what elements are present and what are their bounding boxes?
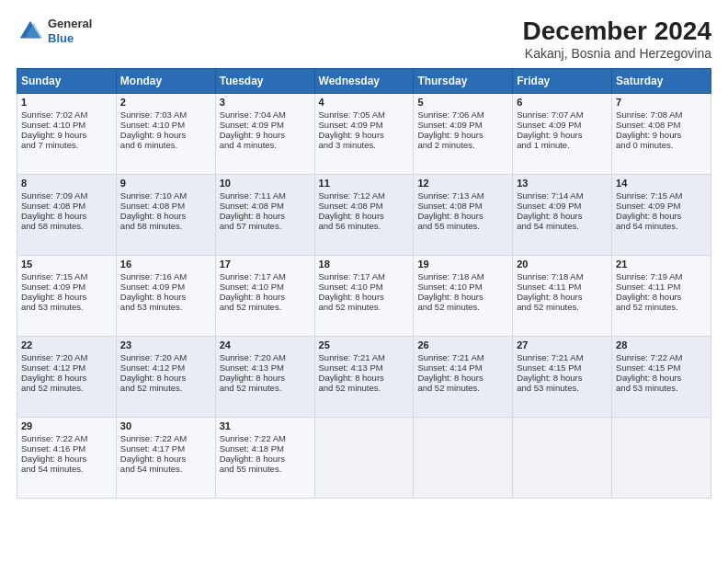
day-info-line: Sunset: 4:17 PM <box>120 443 211 454</box>
calendar-cell: 30Sunrise: 7:22 AMSunset: 4:17 PMDayligh… <box>116 418 215 499</box>
day-number: 16 <box>120 259 211 270</box>
calendar-cell: 5Sunrise: 7:06 AMSunset: 4:09 PMDaylight… <box>414 94 513 175</box>
day-number: 20 <box>517 259 608 270</box>
day-info-line: Sunset: 4:08 PM <box>616 120 707 130</box>
day-info-line: and 52 minutes. <box>616 302 707 312</box>
calendar-cell: 13Sunrise: 7:14 AMSunset: 4:09 PMDayligh… <box>513 175 612 256</box>
day-info-line: Sunrise: 7:16 AM <box>120 271 211 282</box>
calendar-cell: 18Sunrise: 7:17 AMSunset: 4:10 PMDayligh… <box>314 256 414 337</box>
day-info-line: Daylight: 8 hours <box>517 292 608 302</box>
day-info-line: Daylight: 8 hours <box>220 454 311 464</box>
day-number: 2 <box>120 97 211 108</box>
calendar-cell: 1Sunrise: 7:02 AMSunset: 4:10 PMDaylight… <box>17 94 117 175</box>
day-info-line: Sunset: 4:13 PM <box>220 362 311 373</box>
day-info-line: and 52 minutes. <box>417 302 508 312</box>
day-info-line: Daylight: 9 hours <box>319 130 410 140</box>
calendar-week-row: 1Sunrise: 7:02 AMSunset: 4:10 PMDaylight… <box>17 94 711 175</box>
day-info-line: Daylight: 8 hours <box>319 211 410 221</box>
day-info-line: Sunset: 4:11 PM <box>616 282 707 292</box>
day-info-line: and 53 minutes. <box>120 302 211 312</box>
logo-text: General Blue <box>48 17 92 45</box>
day-info-line: and 58 minutes. <box>120 221 211 231</box>
day-info-line: Sunset: 4:13 PM <box>319 362 410 373</box>
day-info-line: and 55 minutes. <box>417 221 508 231</box>
day-number: 31 <box>220 420 311 431</box>
day-info-line: Daylight: 9 hours <box>616 130 707 140</box>
day-info-line: Sunrise: 7:02 AM <box>21 109 112 120</box>
subtitle: Kakanj, Bosnia and Herzegovina <box>523 46 711 61</box>
day-number: 25 <box>319 339 410 350</box>
day-info-line: Sunset: 4:08 PM <box>21 201 112 211</box>
day-info-line: and 7 minutes. <box>21 140 112 150</box>
logo-general: General <box>48 17 92 30</box>
calendar-cell: 21Sunrise: 7:19 AMSunset: 4:11 PMDayligh… <box>612 256 711 337</box>
day-info-line: and 52 minutes. <box>220 302 311 312</box>
day-number: 4 <box>319 97 410 108</box>
day-info-line: and 52 minutes. <box>21 383 112 393</box>
calendar-cell: 6Sunrise: 7:07 AMSunset: 4:09 PMDaylight… <box>513 94 612 175</box>
day-info-line: and 1 minute. <box>517 140 608 150</box>
calendar-cell: 24Sunrise: 7:20 AMSunset: 4:13 PMDayligh… <box>215 337 314 418</box>
day-info-line: Sunset: 4:10 PM <box>120 120 211 130</box>
day-info-line: Sunset: 4:12 PM <box>120 362 211 373</box>
day-info-line: Daylight: 8 hours <box>417 211 508 221</box>
day-info-line: Daylight: 8 hours <box>417 292 508 302</box>
day-info-line: and 52 minutes. <box>319 383 410 393</box>
calendar-cell: 28Sunrise: 7:22 AMSunset: 4:15 PMDayligh… <box>612 337 711 418</box>
title-area: December 2024 Kakanj, Bosnia and Herzego… <box>523 17 711 61</box>
day-number: 18 <box>319 259 410 270</box>
day-info-line: Sunset: 4:15 PM <box>517 362 608 373</box>
day-info-line: Daylight: 8 hours <box>517 211 608 221</box>
day-info-line: Daylight: 9 hours <box>21 130 112 140</box>
calendar-cell: 10Sunrise: 7:11 AMSunset: 4:08 PMDayligh… <box>215 175 314 256</box>
day-info-line: Daylight: 8 hours <box>21 211 112 221</box>
calendar-cell: 8Sunrise: 7:09 AMSunset: 4:08 PMDaylight… <box>17 175 117 256</box>
day-info-line: Sunrise: 7:03 AM <box>120 109 211 120</box>
calendar-week-row: 29Sunrise: 7:22 AMSunset: 4:16 PMDayligh… <box>17 418 711 499</box>
day-number: 17 <box>220 259 311 270</box>
day-info-line: and 0 minutes. <box>616 140 707 150</box>
day-info-line: Sunset: 4:10 PM <box>417 282 508 292</box>
day-info-line: and 54 minutes. <box>517 221 608 231</box>
day-info-line: and 54 minutes. <box>120 464 211 474</box>
calendar-cell: 7Sunrise: 7:08 AMSunset: 4:08 PMDaylight… <box>612 94 711 175</box>
day-info-line: and 54 minutes. <box>21 464 112 474</box>
day-info-line: Sunset: 4:10 PM <box>319 282 410 292</box>
day-info-line: Sunrise: 7:21 AM <box>417 352 508 362</box>
day-info-line: Daylight: 8 hours <box>417 373 508 383</box>
calendar-day-header: Sunday <box>17 69 117 94</box>
day-number: 7 <box>616 97 707 108</box>
day-info-line: Sunrise: 7:18 AM <box>517 271 608 282</box>
day-number: 10 <box>220 178 311 189</box>
day-number: 24 <box>220 339 311 350</box>
day-number: 29 <box>21 420 112 431</box>
day-info-line: Sunset: 4:09 PM <box>220 120 311 130</box>
day-number: 27 <box>517 339 608 350</box>
day-info-line: Sunset: 4:09 PM <box>120 282 211 292</box>
calendar-cell: 16Sunrise: 7:16 AMSunset: 4:09 PMDayligh… <box>116 256 215 337</box>
day-info-line: Sunrise: 7:21 AM <box>517 352 608 362</box>
logo-blue: Blue <box>48 31 74 45</box>
day-info-line: Sunrise: 7:17 AM <box>319 271 410 282</box>
day-info-line: Daylight: 8 hours <box>616 373 707 383</box>
day-info-line: Daylight: 8 hours <box>120 373 211 383</box>
day-info-line: Sunrise: 7:08 AM <box>616 109 707 120</box>
day-info-line: Sunset: 4:11 PM <box>517 282 608 292</box>
day-info-line: Sunset: 4:09 PM <box>616 201 707 211</box>
main-title: December 2024 <box>523 17 711 46</box>
day-info-line: and 4 minutes. <box>220 140 311 150</box>
logo: General Blue <box>17 17 92 45</box>
day-info-line: and 52 minutes. <box>319 302 410 312</box>
day-info-line: Sunset: 4:08 PM <box>417 201 508 211</box>
day-info-line: Sunrise: 7:22 AM <box>120 433 211 443</box>
day-info-line: Sunset: 4:09 PM <box>21 282 112 292</box>
day-info-line: and 52 minutes. <box>417 383 508 393</box>
calendar-cell <box>513 418 612 499</box>
day-number: 13 <box>517 178 608 189</box>
day-info-line: and 6 minutes. <box>120 140 211 150</box>
day-info-line: Daylight: 8 hours <box>616 292 707 302</box>
calendar-cell <box>314 418 414 499</box>
day-info-line: and 57 minutes. <box>220 221 311 231</box>
day-info-line: Daylight: 8 hours <box>220 373 311 383</box>
day-info-line: Daylight: 8 hours <box>616 211 707 221</box>
